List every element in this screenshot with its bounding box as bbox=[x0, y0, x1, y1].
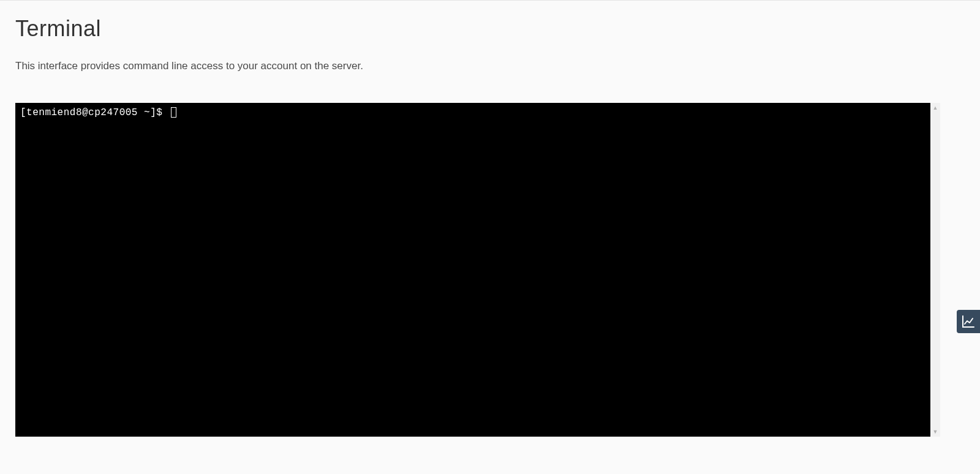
scroll-down-arrow[interactable]: ▼ bbox=[930, 427, 940, 437]
terminal-wrapper: [tenmiend8@cp247005 ~]$ ▲ ▼ bbox=[15, 103, 940, 437]
terminal-scrollbar[interactable]: ▲ ▼ bbox=[930, 103, 940, 437]
stats-side-tab[interactable] bbox=[957, 310, 980, 333]
chart-icon bbox=[961, 314, 976, 329]
terminal-prompt: [tenmiend8@cp247005 ~]$ bbox=[20, 107, 168, 118]
main-content: Terminal This interface provides command… bbox=[0, 1, 980, 437]
page-title: Terminal bbox=[15, 16, 965, 42]
terminal-console[interactable]: [tenmiend8@cp247005 ~]$ bbox=[15, 103, 930, 437]
terminal-cursor bbox=[171, 107, 176, 118]
page-description: This interface provides command line acc… bbox=[15, 60, 965, 72]
scroll-up-arrow[interactable]: ▲ bbox=[930, 103, 940, 113]
